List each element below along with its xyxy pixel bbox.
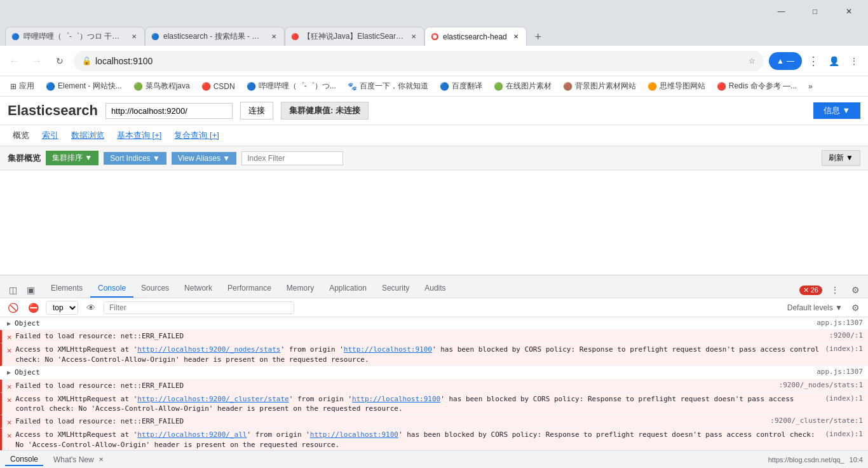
csdn-icon: 🔴 [201,82,211,91]
tab-close-4[interactable]: ✕ [511,32,521,42]
bookmark-element[interactable]: 🔵 Element - 网站快... [41,79,127,94]
minimize-button[interactable]: — [767,2,796,21]
tab-elements[interactable]: Elements [43,280,90,298]
bookmark-apps[interactable]: ⊞ 应用 [5,79,39,94]
log-link-cors-3[interactable]: (index):1 [825,430,863,438]
bookmark-images[interactable]: 🟢 在线图片素材 [489,79,557,94]
back-button[interactable]: ← [5,52,23,70]
log-entry-cors-2: ✕ Access to XMLHttpRequest at 'http://lo… [0,393,868,416]
bookmark-fanyi[interactable]: 🔵 百度翻译 [435,79,487,94]
expand-icon-2[interactable]: ▶ [7,369,11,376]
bottom-tab-console[interactable]: Console [5,453,43,466]
es-view-aliases-button[interactable]: View Aliases ▼ [172,152,236,165]
settings-icon[interactable]: ⋮ [845,52,863,70]
es-index-filter-input[interactable] [241,151,343,165]
devtools-settings-button[interactable]: ⚙ [848,282,863,298]
error-count: 26 [811,286,818,294]
tab-network[interactable]: Network [177,280,220,298]
tab-sources[interactable]: Sources [133,280,177,298]
es-nav-index[interactable]: 索引 [37,128,64,143]
tab-close-1[interactable]: ✕ [129,32,139,42]
bookmark-csdn[interactable]: 🔴 CSDN [196,79,240,94]
console-settings-button[interactable]: ⚙ [848,300,863,315]
tab-security[interactable]: Security [374,280,417,298]
es-refresh-button[interactable]: 刷新 ▼ [822,150,860,166]
bookmark-bg[interactable]: 🟤 背景图片素材网站 [558,79,641,94]
log-link-cors-2[interactable]: (index):1 [825,394,863,403]
es-cluster-sort-button[interactable]: 集群排序 ▼ [46,151,98,165]
new-tab-button[interactable]: + [529,28,547,46]
es-nav-compoundquery[interactable]: 复合查询 [+] [169,128,224,143]
log-text-err-1: Failed to load resource: net::ERR_FAILED [15,331,825,341]
bookmark-runoob[interactable]: 🟢 菜鸟教程java [128,79,195,94]
bookmark-baidu[interactable]: 🐾 百度一下，你就知道 [342,79,433,94]
devtools-toggle-button[interactable]: ◫ [5,282,20,298]
console-context-select[interactable]: top [46,301,78,315]
log-text-cors-2: Access to XMLHttpRequest at 'http://loca… [15,394,821,414]
url-box[interactable]: 🔓 localhost:9100 ☆ [74,51,764,71]
console-log[interactable]: ▶ Object app.js:1307 ✕ Failed to load re… [0,317,868,468]
tab-memory[interactable]: Memory [279,280,322,298]
es-url-input[interactable] [105,103,233,119]
bookmark-bilibili[interactable]: 🔵 哔哩哔哩（゜-゜）つ... [241,79,341,94]
log-link-1[interactable]: app.js:1307 [817,319,863,327]
title-bar: — □ ✕ [0,0,868,23]
bottom-tab-whatsnew[interactable]: What's New ✕ [48,454,111,465]
zhuge-upload-button[interactable]: ▲ — [769,52,802,70]
es-connect-button[interactable]: 连接 [240,102,273,120]
log-link-2[interactable]: app.js:1307 [817,368,863,376]
bottom-bar: Console What's New ✕ https://blog.csdn.n… [0,450,868,468]
console-filter-button[interactable]: ⛔ [25,300,41,315]
es-overview-bar: 集群概览 集群排序 ▼ Sort Indices ▼ View Aliases … [0,146,868,170]
log-entry-error-2: ✕ Failed to load resource: net::ERR_FAIL… [0,380,868,393]
es-nav-basicquery[interactable]: 基本查询 [+] [112,128,166,143]
runoob-icon: 🟢 [133,82,143,91]
devtools-more-button[interactable]: ⋮ [827,282,843,298]
tab-favicon-2: 🔵 [151,32,159,41]
tab-audits[interactable]: Audits [417,280,453,298]
console-clear-button[interactable]: 🚫 [5,300,20,315]
default-levels-label[interactable]: Default levels ▼ [787,303,843,312]
log-link-cors-1[interactable]: (index):1 [825,345,863,353]
log-link-err-1[interactable]: :9200/:1 [829,331,863,340]
tab-performance[interactable]: Performance [220,280,279,298]
forward-button[interactable]: → [28,52,46,70]
maximize-button[interactable]: □ [801,2,829,21]
baidu-icon: 🐾 [348,82,357,91]
refresh-button[interactable]: ↻ [51,52,69,70]
es-nav-overview[interactable]: 概览 [8,128,34,143]
console-eye-button[interactable]: 👁 [83,300,98,315]
close-button[interactable]: ✕ [834,2,863,21]
toolbar-icons: ▲ — ⋮ 👤 ⋮ [769,52,863,70]
bottom-tab-whatsnew-label: What's New [53,455,94,464]
devtools-inspect-button[interactable]: ▣ [23,282,38,298]
expand-icon-1[interactable]: ▶ [7,320,11,327]
tab-console[interactable]: Console [90,280,133,298]
browser-tab-2[interactable]: 🔵 elasticsearch - 搜索结果 - 哔哩... ✕ [145,27,285,46]
bottom-tab-whatsnew-close[interactable]: ✕ [97,455,105,464]
browser-tab-3[interactable]: 🔴 【狂神说Java】ElasticSearch7.6... ✕ [285,27,424,46]
browser-tab-1[interactable]: 🔵 哔哩哔哩（゜-゜）つロ 干杯~-bili... ✕ [5,27,145,46]
console-filter-input[interactable] [104,301,294,314]
es-sort-indices-button[interactable]: Sort Indices ▼ [104,152,166,165]
es-info-button[interactable]: 信息 ▼ [813,102,860,119]
bookmark-star-icon[interactable]: ☆ [749,57,756,65]
log-link-err-3[interactable]: :9200/_cluster/state:1 [770,416,863,425]
es-nav-databrowse[interactable]: 数据浏览 [66,128,109,143]
menu-button[interactable]: ⋮ [804,52,822,70]
log-link-err-2[interactable]: :9200/_nodes/stats:1 [779,381,863,389]
bookmark-more[interactable]: » [803,79,818,94]
browser-tab-4[interactable]: ⭕ elasticsearch-head ✕ [424,27,527,46]
tab-close-2[interactable]: ✕ [269,32,279,42]
tab-application[interactable]: Application [322,280,374,298]
tab-close-3[interactable]: ✕ [409,32,419,42]
devtools-panel: ◫ ▣ Elements Console Sources Network Per… [0,275,868,468]
bookmark-redis[interactable]: 🔴 Redis 命令参考 —... [712,79,802,94]
account-icon[interactable]: 👤 [825,52,843,70]
tab-title-4: elasticsearch-head [443,32,507,41]
upload-icon: ▲ [776,57,784,65]
bookmark-mindmap[interactable]: 🟠 思维导图网站 [642,79,710,94]
log-entry-error-1: ✕ Failed to load resource: net::ERR_FAIL… [0,330,868,343]
fanyi-icon: 🔵 [440,82,449,91]
bilibili-icon: 🔵 [247,82,256,91]
